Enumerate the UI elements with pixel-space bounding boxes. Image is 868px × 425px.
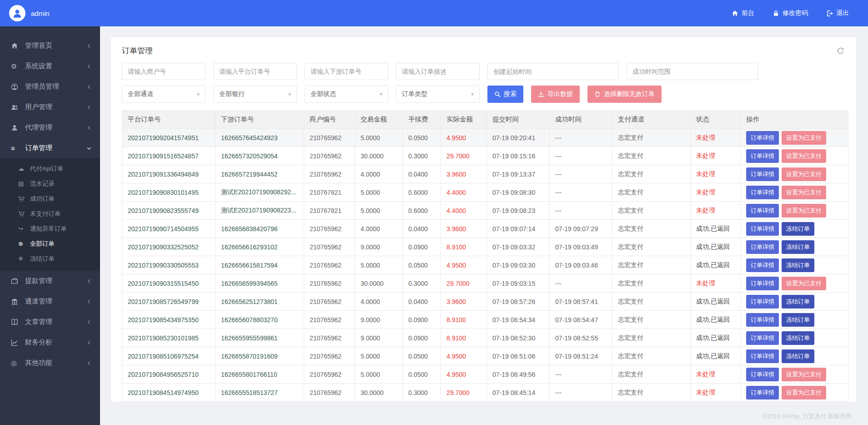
fee: 0.3000 [403, 147, 441, 165]
sidebar-item-home[interactable]: 管理首页 [0, 35, 100, 56]
set-paid-button[interactable]: 设置为已支付 [782, 204, 826, 218]
freeze-order-button[interactable]: 冻结订单 [782, 349, 814, 363]
sidebar-item-withdraw-management[interactable]: 提款管理 [0, 271, 100, 291]
downstream-order-no: 1626656616293102 [216, 238, 304, 256]
pay-channel: 志宏支付 [612, 147, 691, 165]
channel-select[interactable]: 全部通道▾ [122, 86, 206, 103]
export-data-button[interactable]: 导出数据 [531, 86, 580, 103]
set-paid-button[interactable]: 设置为已支付 [782, 131, 826, 145]
order-detail-button[interactable]: 订单详情 [746, 368, 779, 381]
sidebar-subitem-success-orders[interactable]: 成功订单 [0, 191, 100, 206]
bank-select[interactable]: 全部银行▾ [213, 86, 297, 103]
downstream-order-no-input[interactable] [305, 63, 388, 80]
refresh-button[interactable] [836, 46, 845, 56]
order-detail-button[interactable]: 订单详情 [746, 295, 779, 309]
sidebar-subitem-notify-error-orders[interactable]: ↪通知异常订单 [0, 221, 100, 236]
order-detail-button[interactable]: 订单详情 [746, 186, 779, 199]
sidebar-item-order-management[interactable]: ≡订单管理 [0, 138, 100, 158]
trade-amount: 4.0000 [355, 165, 403, 183]
sidebar-subitem-flow-records[interactable]: ▤流水记录 [0, 176, 100, 191]
platform-order-no: 20210719090315515450 [122, 274, 216, 293]
sidebar-subitem-unpaid-orders[interactable]: 未支付订单 [0, 206, 100, 221]
rows-icon: ▤ [18, 180, 26, 187]
sidebar-item-label: 其他功能 [25, 359, 86, 367]
sidebar-subitem-label: 冻结订单 [30, 255, 55, 263]
order-detail-button[interactable]: 订单详情 [746, 258, 779, 272]
set-paid-button[interactable]: 设置为已支付 [782, 149, 826, 163]
set-paid-button[interactable]: 设置为已支付 [782, 368, 826, 381]
column-header: 交易金额 [355, 111, 403, 129]
platform-order-no: 20210719092041574951 [122, 129, 216, 147]
merchant-no: 210765962 [304, 384, 355, 402]
sidebar-item-article-management[interactable]: 文章管理 [0, 312, 100, 332]
order-detail-button[interactable]: 订单详情 [746, 149, 779, 163]
search-button[interactable]: 搜索 [487, 86, 523, 103]
nav-frontend[interactable]: 前台 [732, 9, 754, 17]
order-type-select[interactable]: 订单类型▾ [396, 86, 480, 103]
order-detail-button[interactable]: 订单详情 [746, 331, 779, 345]
nav-change-password[interactable]: 修改密码 [773, 9, 808, 17]
sidebar-subitem-all-orders[interactable]: ⊕全部订单 [0, 236, 100, 251]
success-time-range-input[interactable] [627, 63, 758, 80]
status-badge: 成功,已返回 [691, 347, 741, 365]
delete-invalid-orders-button[interactable]: 选择删除无效订单 [587, 86, 662, 103]
sidebar-subitem-api-pay-orders[interactable]: ☁代付Api订单 [0, 161, 100, 176]
set-paid-button[interactable]: 设置为已支付 [782, 186, 826, 199]
sidebar-item-finance-analysis[interactable]: 财务分析 [0, 332, 100, 353]
actual-amount: 4.9500 [441, 256, 487, 274]
snow-icon: ❄ [18, 255, 26, 262]
set-paid-button[interactable]: 设置为已支付 [782, 386, 826, 400]
nav-logout[interactable]: 退出 [826, 9, 849, 17]
submenu-order-management: ☁代付Api订单▤流水记录成功订单未支付订单↪通知异常订单⊕全部订单❄冻结订单 [0, 158, 100, 271]
set-paid-button[interactable]: 设置为已支付 [782, 167, 826, 181]
avatar[interactable] [9, 5, 25, 21]
sidebar-item-system-settings[interactable]: ⚙系统设置 [0, 56, 100, 76]
platform-order-no-input[interactable] [213, 63, 297, 80]
pay-channel: 志宏支付 [612, 384, 691, 402]
actual-amount: 8.9100 [441, 311, 487, 329]
freeze-order-button[interactable]: 冻结订单 [782, 222, 814, 236]
set-paid-button[interactable]: 设置为已支付 [782, 277, 826, 290]
order-detail-button[interactable]: 订单详情 [746, 349, 779, 363]
order-detail-button[interactable]: 订单详情 [746, 131, 779, 145]
order-detail-button[interactable]: 订单详情 [746, 222, 779, 236]
create-time-start-input[interactable] [487, 63, 619, 80]
table-row: 2021071909033050555316266566158175942107… [122, 256, 848, 274]
order-detail-button[interactable]: 订单详情 [746, 240, 779, 254]
merchant-no: 210767821 [304, 183, 355, 202]
actions-cell: 订单详情冻结订单 [741, 256, 848, 274]
order-detail-button[interactable]: 订单详情 [746, 277, 779, 290]
sidebar-item-other-functions[interactable]: ◎其他功能 [0, 353, 100, 373]
order-detail-button[interactable]: 订单详情 [746, 313, 779, 327]
success-time: --- [550, 365, 612, 384]
order-detail-button[interactable]: 订单详情 [746, 167, 779, 181]
freeze-order-button[interactable]: 冻结订单 [782, 295, 814, 309]
sidebar-item-channel-management[interactable]: 通道管理 [0, 291, 100, 312]
status-select[interactable]: 全部状态▾ [305, 86, 388, 103]
sidebar-item-admin-management[interactable]: 管理员管理 [0, 76, 100, 97]
freeze-order-button[interactable]: 冻结订单 [782, 331, 814, 345]
sidebar-subitem-frozen-orders[interactable]: ❄冻结订单 [0, 251, 100, 266]
actions-cell: 订单详情设置为已支付 [741, 183, 848, 202]
downstream-order-no: 1626657219944452 [216, 165, 304, 183]
merchant-no-input[interactable] [122, 63, 206, 80]
table-row: 2021071908510697525416266558701916092107… [122, 347, 848, 365]
sidebar-item-agent-management[interactable]: 代理管理 [0, 117, 100, 138]
order-desc-input[interactable] [396, 63, 480, 80]
freeze-order-button[interactable]: 冻结订单 [782, 258, 814, 272]
pay-channel: 志宏支付 [612, 311, 691, 329]
trade-amount: 9.0000 [355, 329, 403, 347]
actual-amount: 3.9600 [441, 165, 487, 183]
order-detail-button[interactable]: 订单详情 [746, 204, 779, 218]
sidebar-item-user-management[interactable]: 用户管理 [0, 97, 100, 117]
freeze-order-button[interactable]: 冻结订单 [782, 240, 814, 254]
downstream-order-no: 1626656078803270 [216, 311, 304, 329]
pay-channel: 志宏支付 [612, 347, 691, 365]
freeze-order-button[interactable]: 冻结订单 [782, 313, 814, 327]
submit-time: 07-19 08:54:34 [487, 311, 550, 329]
caret-down-icon: ▾ [197, 91, 200, 97]
fee: 0.6000 [403, 183, 441, 202]
success-time: --- [550, 274, 612, 293]
fee: 0.6000 [403, 202, 441, 220]
order-detail-button[interactable]: 订单详情 [746, 386, 779, 400]
